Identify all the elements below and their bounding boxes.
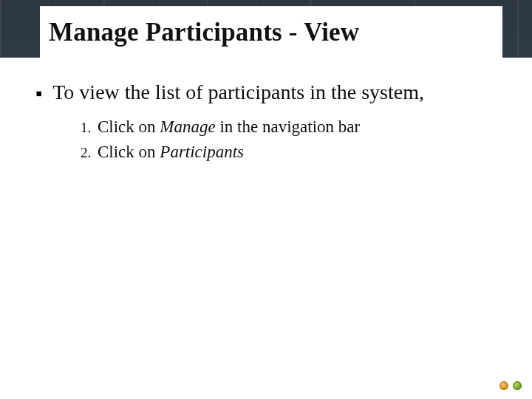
next-slide-icon[interactable] bbox=[513, 381, 522, 390]
header-bar: Manage Participants - View bbox=[0, 0, 532, 58]
title-container: Manage Participants - View bbox=[40, 6, 502, 58]
steps-list: Click on Manage in the navigation bar Cl… bbox=[35, 115, 497, 164]
bullet-item: ▪︎ To view the list of participants in t… bbox=[35, 80, 497, 106]
step-prefix: Click on bbox=[98, 143, 160, 161]
step-emphasis: Participants bbox=[160, 143, 244, 161]
pager bbox=[499, 381, 522, 390]
list-item: Click on Participants bbox=[95, 140, 497, 164]
step-emphasis: Manage bbox=[160, 117, 215, 136]
slide: Manage Participants - View ▪︎ To view th… bbox=[0, 0, 532, 399]
step-prefix: Click on bbox=[98, 117, 160, 136]
prev-slide-icon[interactable] bbox=[499, 381, 508, 390]
list-item: Click on Manage in the navigation bar bbox=[95, 115, 497, 139]
square-bullet-icon: ▪︎ bbox=[35, 81, 42, 106]
bullet-text: To view the list of participants in the … bbox=[52, 80, 424, 105]
step-suffix: in the navigation bar bbox=[216, 117, 360, 136]
page-title: Manage Participants - View bbox=[49, 18, 359, 47]
content-area: ▪︎ To view the list of participants in t… bbox=[35, 74, 497, 166]
